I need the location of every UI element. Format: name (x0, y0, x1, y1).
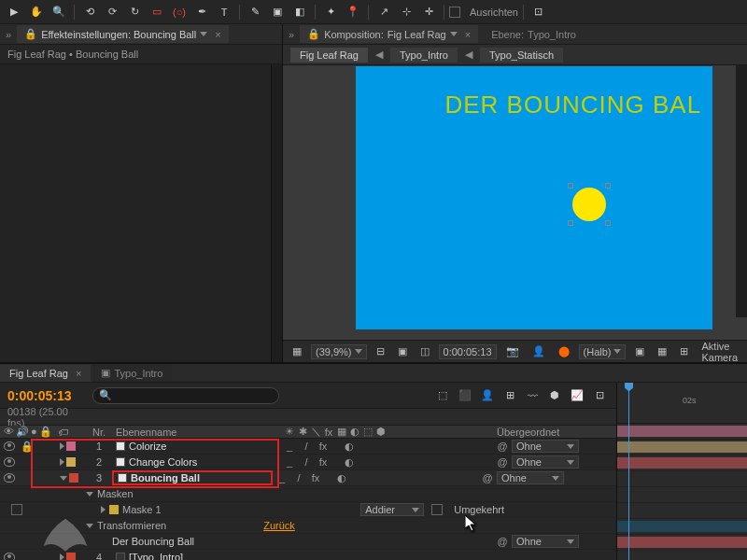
eye-icon[interactable] (4, 457, 15, 467)
world-axis[interactable]: ⊹ (396, 3, 416, 21)
main-toolbar: ▶ ✋ 🔍 ⟲ ⟳ ↻ ▭ (○) ✒ T ✎ ▣ ◧ ✦ 📍 ↗ ⊹ ✛ Au… (0, 0, 747, 24)
stamp-tool[interactable]: ▣ (267, 3, 288, 21)
bouncing-ball[interactable] (572, 188, 606, 221)
frame-blend-icon[interactable]: ⊞ (500, 387, 519, 404)
region-icon[interactable]: ▣ (394, 345, 411, 357)
draft3d-icon[interactable]: ⬛ (456, 387, 474, 404)
effects-panel: » 🔒 Effekteinstellungen: Bouncing Ball ×… (0, 24, 283, 362)
breadcrumb-item[interactable]: Fig Leaf Rag (290, 48, 368, 63)
pickwhip-icon[interactable]: @ (497, 441, 508, 452)
breadcrumb-item[interactable]: Typo_Intro (390, 48, 458, 63)
orbit2-tool[interactable]: ⟳ (102, 3, 122, 21)
shy-icon[interactable]: 👤 (478, 387, 497, 404)
effects-panel-title: Effekteinstellungen: Bouncing Ball (41, 29, 196, 40)
parent-dropdown[interactable]: Ohne (512, 535, 579, 548)
pickwhip-icon[interactable]: @ (482, 472, 493, 483)
camera-label[interactable]: Aktive Kamera (698, 341, 741, 363)
composition-viewer[interactable]: DER BOUNCING BAL (283, 65, 747, 340)
speaker-column-icon[interactable]: 🔊 (16, 426, 29, 438)
reset-link[interactable]: Zurück (263, 520, 295, 531)
timeline-tab[interactable]: Fig Leaf Rag× (0, 365, 91, 382)
canvas[interactable]: DER BOUNCING BAL (356, 66, 712, 329)
motion-blur-icon[interactable]: 〰 (523, 387, 542, 404)
snapshot-icon[interactable]: 📷 (502, 345, 523, 357)
close-icon[interactable]: × (465, 29, 471, 40)
lock-icon[interactable]: 🔒 (21, 441, 34, 453)
effects-subtitle: Fig Leaf Rag • Bouncing Ball (0, 45, 282, 64)
inverted-checkbox[interactable] (431, 504, 443, 515)
lock-icon: 🔒 (24, 28, 37, 40)
snap-tool[interactable]: ⊡ (529, 3, 549, 21)
timeline-tab[interactable]: ▣ Typo_Intro (92, 364, 172, 382)
mask-ellipse-tool[interactable]: (○) (169, 3, 190, 21)
channel-icon[interactable]: ⬤ (555, 345, 573, 357)
breadcrumb: Fig Leaf Rag ◀ Typo_Intro ◀ Typo_Statisc… (283, 45, 747, 65)
brainstorm-icon[interactable]: ⬢ (545, 387, 564, 404)
brush-tool[interactable]: ✎ (245, 3, 265, 21)
eye-icon[interactable] (4, 473, 15, 483)
text-tool[interactable]: T (214, 3, 234, 21)
close-icon[interactable]: × (215, 29, 220, 40)
zoom-tool[interactable]: 🔍 (49, 3, 69, 21)
transparency-icon[interactable]: ▦ (654, 345, 670, 357)
graph-editor-icon[interactable]: 📈 (568, 387, 586, 404)
pickwhip-icon[interactable]: @ (497, 456, 508, 468)
mask-mode-dropdown[interactable]: Addier (360, 503, 424, 516)
eraser-tool[interactable]: ◧ (289, 3, 310, 21)
selection-tool[interactable]: ▶ (4, 3, 24, 21)
view-axis[interactable]: ✛ (418, 3, 439, 21)
resolution-dropdown[interactable]: (Halb) (579, 344, 627, 359)
effects-panel-tab[interactable]: 🔒 Effekteinstellungen: Bouncing Ball × (17, 25, 229, 43)
breadcrumb-item[interactable]: Typo_Statisch (480, 48, 563, 63)
scrollbar[interactable] (736, 65, 747, 317)
orbit-tool[interactable]: ⟲ (79, 3, 100, 21)
roi-icon[interactable]: ▣ (631, 345, 648, 357)
viewer-footer: ▦ (39,9%) ⊟ ▣ ◫ 0:00:05:13 📷 👤 ⬤ (Halb) … (283, 340, 747, 362)
comp-mini-flowchart[interactable]: ⬚ (433, 387, 452, 404)
show-snap-icon[interactable]: 👤 (529, 345, 549, 357)
label-column-icon[interactable]: 🏷 (58, 427, 68, 438)
timeline-tracks[interactable] (616, 407, 747, 560)
eye-icon[interactable] (4, 553, 15, 560)
layer-tab[interactable]: Ebene: Typo_Intro (484, 26, 584, 43)
current-time[interactable]: 0:00:05:13 (0, 388, 89, 403)
composition-panel: » 🔒 Komposition: Fig Leaf Rag × Ebene: T… (283, 24, 747, 362)
roto-tool[interactable]: ✦ (320, 3, 341, 21)
time-ruler[interactable]: 02s (616, 383, 747, 409)
mask-rect-tool[interactable]: ▭ (147, 3, 167, 21)
grid-icon[interactable]: ▦ (289, 345, 305, 357)
parent-dropdown[interactable]: Ohne (512, 440, 579, 453)
rotate-tool[interactable]: ↻ (124, 3, 145, 21)
lock-column-icon[interactable]: 🔒 (39, 426, 52, 438)
zoom-dropdown[interactable]: (39,9%) (311, 344, 367, 359)
pen-tool[interactable]: ✒ (191, 3, 212, 21)
align-checkbox[interactable] (449, 7, 460, 18)
hand-tool[interactable]: ✋ (26, 3, 47, 21)
lock-icon: 🔒 (307, 28, 320, 40)
align-label: Ausrichten (470, 7, 518, 18)
eye-icon[interactable] (4, 441, 15, 451)
close-icon[interactable]: × (76, 368, 81, 379)
fps-display: 00138 (25.00 fps) (0, 406, 89, 428)
solo-column-icon[interactable]: ● (31, 426, 37, 438)
eye-column-icon[interactable]: 👁 (4, 426, 14, 438)
scrollbar[interactable] (271, 64, 282, 362)
timeline-panel: Fig Leaf Rag× ▣ Typo_Intro 0:00:05:13 🔍 … (0, 362, 747, 560)
timecode-display[interactable]: 0:00:05:13 (439, 344, 497, 359)
mask-icon[interactable]: ◫ (416, 345, 433, 357)
local-axis[interactable]: ↗ (374, 3, 394, 21)
expand-icon[interactable]: ⊡ (590, 387, 609, 404)
res-toggle[interactable]: ⊟ (373, 345, 388, 357)
parent-dropdown[interactable]: Ohne (497, 471, 564, 484)
timeline-search[interactable]: 🔍 (92, 387, 279, 404)
puppet-tool[interactable]: 📍 (343, 3, 363, 21)
3d-icon[interactable]: ⊞ (676, 345, 692, 357)
composition-tab[interactable]: 🔒 Komposition: Fig Leaf Rag × (300, 25, 478, 43)
parent-dropdown[interactable]: Ohne (512, 455, 579, 469)
canvas-title-text: DER BOUNCING BAL (445, 91, 702, 119)
pickwhip-icon[interactable]: @ (497, 536, 508, 547)
